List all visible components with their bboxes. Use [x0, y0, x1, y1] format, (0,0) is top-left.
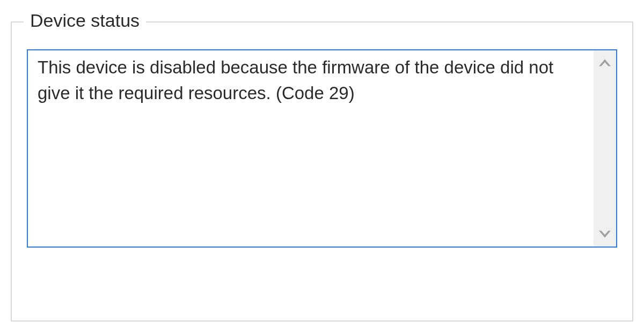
group-title: Device status: [24, 10, 146, 32]
device-status-text: This device is disabled because the firm…: [28, 50, 594, 247]
vertical-scrollbar[interactable]: [594, 50, 616, 247]
device-status-textarea[interactable]: This device is disabled because the firm…: [27, 49, 617, 248]
device-status-group: Device status This device is disabled be…: [11, 21, 633, 322]
scroll-down-arrow-icon[interactable]: [594, 225, 616, 243]
scroll-up-arrow-icon[interactable]: [594, 54, 616, 72]
